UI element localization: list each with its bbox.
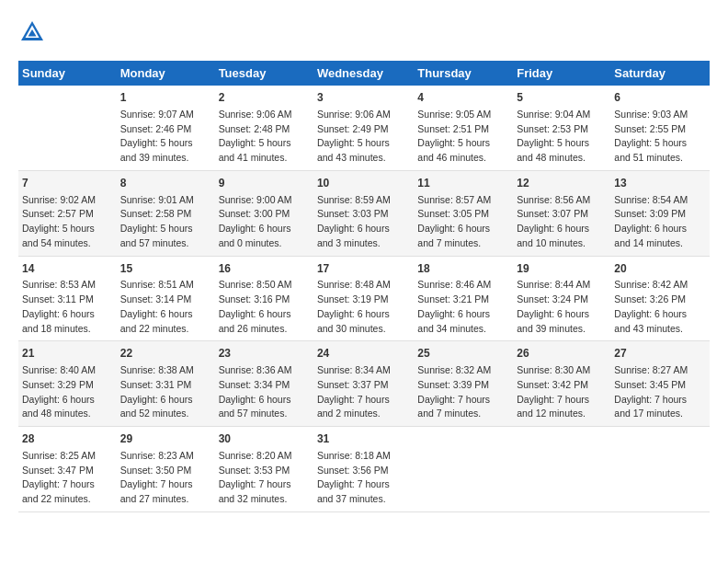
calendar-week-row: 1Sunrise: 9:07 AMSunset: 2:46 PMDaylight…: [18, 86, 710, 170]
calendar-cell: 11Sunrise: 8:57 AMSunset: 3:05 PMDayligh…: [414, 170, 513, 256]
calendar-cell: 21Sunrise: 8:40 AMSunset: 3:29 PMDayligh…: [18, 341, 117, 427]
day-content: Sunrise: 8:54 AMSunset: 3:09 PMDaylight:…: [614, 193, 706, 251]
calendar-cell: 19Sunrise: 8:44 AMSunset: 3:24 PMDayligh…: [513, 256, 610, 341]
day-content: Sunrise: 9:01 AMSunset: 2:58 PMDaylight:…: [120, 193, 211, 251]
day-number: 19: [517, 261, 607, 277]
day-content: Sunrise: 8:48 AMSunset: 3:19 PMDaylight:…: [317, 278, 410, 336]
day-number: 24: [317, 346, 410, 362]
day-number: 25: [417, 346, 509, 362]
calendar-week-row: 21Sunrise: 8:40 AMSunset: 3:29 PMDayligh…: [18, 341, 710, 427]
day-content: Sunrise: 8:20 AMSunset: 3:53 PMDaylight:…: [219, 449, 310, 507]
day-of-week-header: Tuesday: [215, 61, 313, 86]
day-content: Sunrise: 9:00 AMSunset: 3:00 PMDaylight:…: [219, 193, 310, 251]
calendar-header-row: SundayMondayTuesdayWednesdayThursdayFrid…: [18, 61, 710, 86]
day-of-week-header: Friday: [513, 61, 610, 86]
calendar-cell: 15Sunrise: 8:51 AMSunset: 3:14 PMDayligh…: [117, 256, 215, 341]
day-content: Sunrise: 8:40 AMSunset: 3:29 PMDaylight:…: [22, 363, 113, 421]
day-content: Sunrise: 9:05 AMSunset: 2:51 PMDaylight:…: [417, 108, 509, 166]
day-number: 9: [219, 176, 310, 191]
day-number: 4: [417, 90, 509, 106]
calendar-cell: 25Sunrise: 8:32 AMSunset: 3:39 PMDayligh…: [414, 341, 513, 427]
logo: [18, 18, 51, 46]
calendar-cell: 14Sunrise: 8:53 AMSunset: 3:11 PMDayligh…: [18, 256, 117, 341]
day-content: Sunrise: 9:03 AMSunset: 2:55 PMDaylight:…: [614, 108, 706, 166]
calendar-table: SundayMondayTuesdayWednesdayThursdayFrid…: [18, 61, 710, 512]
day-number: 28: [22, 431, 113, 447]
day-number: 14: [22, 261, 113, 277]
day-of-week-header: Wednesday: [313, 61, 414, 86]
calendar-cell: 12Sunrise: 8:56 AMSunset: 3:07 PMDayligh…: [513, 170, 610, 256]
day-number: 10: [317, 176, 410, 191]
calendar-cell: [414, 427, 513, 512]
day-content: Sunrise: 8:53 AMSunset: 3:11 PMDaylight:…: [22, 278, 113, 336]
day-content: Sunrise: 8:30 AMSunset: 3:42 PMDaylight:…: [517, 363, 607, 421]
day-number: 12: [517, 176, 607, 191]
day-content: Sunrise: 8:42 AMSunset: 3:26 PMDaylight:…: [614, 278, 706, 336]
calendar-cell: 16Sunrise: 8:50 AMSunset: 3:16 PMDayligh…: [215, 256, 313, 341]
calendar-cell: 5Sunrise: 9:04 AMSunset: 2:53 PMDaylight…: [513, 86, 610, 170]
calendar-cell: 23Sunrise: 8:36 AMSunset: 3:34 PMDayligh…: [215, 341, 313, 427]
day-number: 21: [22, 346, 113, 362]
day-content: Sunrise: 9:06 AMSunset: 2:49 PMDaylight:…: [317, 108, 410, 166]
day-content: Sunrise: 8:18 AMSunset: 3:56 PMDaylight:…: [317, 449, 410, 507]
calendar-cell: 8Sunrise: 9:01 AMSunset: 2:58 PMDaylight…: [117, 170, 215, 256]
calendar-cell: 6Sunrise: 9:03 AMSunset: 2:55 PMDaylight…: [610, 86, 710, 170]
day-content: Sunrise: 8:50 AMSunset: 3:16 PMDaylight:…: [219, 278, 310, 336]
day-of-week-header: Saturday: [610, 61, 710, 86]
calendar-cell: [610, 427, 710, 512]
calendar-cell: 7Sunrise: 9:02 AMSunset: 2:57 PMDaylight…: [18, 170, 117, 256]
day-content: Sunrise: 8:57 AMSunset: 3:05 PMDaylight:…: [417, 193, 509, 251]
day-number: 5: [517, 90, 607, 106]
day-content: Sunrise: 9:07 AMSunset: 2:46 PMDaylight:…: [120, 108, 211, 166]
calendar-cell: [18, 86, 117, 170]
day-number: 23: [219, 346, 310, 362]
calendar-cell: 28Sunrise: 8:25 AMSunset: 3:47 PMDayligh…: [18, 427, 117, 512]
day-number: 30: [219, 431, 310, 447]
calendar-cell: [513, 427, 610, 512]
calendar-week-row: 28Sunrise: 8:25 AMSunset: 3:47 PMDayligh…: [18, 427, 710, 512]
day-number: 13: [614, 176, 706, 191]
calendar-cell: 3Sunrise: 9:06 AMSunset: 2:49 PMDaylight…: [313, 86, 414, 170]
calendar-cell: 29Sunrise: 8:23 AMSunset: 3:50 PMDayligh…: [117, 427, 215, 512]
calendar-cell: 17Sunrise: 8:48 AMSunset: 3:19 PMDayligh…: [313, 256, 414, 341]
calendar-cell: 26Sunrise: 8:30 AMSunset: 3:42 PMDayligh…: [513, 341, 610, 427]
calendar-week-row: 7Sunrise: 9:02 AMSunset: 2:57 PMDaylight…: [18, 170, 710, 256]
day-number: 16: [219, 261, 310, 277]
day-content: Sunrise: 9:04 AMSunset: 2:53 PMDaylight:…: [517, 108, 607, 166]
day-content: Sunrise: 8:44 AMSunset: 3:24 PMDaylight:…: [517, 278, 607, 336]
day-number: 20: [614, 261, 706, 277]
calendar-cell: 9Sunrise: 9:00 AMSunset: 3:00 PMDaylight…: [215, 170, 313, 256]
day-number: 3: [317, 90, 410, 106]
day-number: 26: [517, 346, 607, 362]
day-number: 31: [317, 431, 410, 447]
day-number: 2: [219, 90, 310, 106]
calendar-week-row: 14Sunrise: 8:53 AMSunset: 3:11 PMDayligh…: [18, 256, 710, 341]
day-content: Sunrise: 8:46 AMSunset: 3:21 PMDaylight:…: [417, 278, 509, 336]
calendar-cell: 10Sunrise: 8:59 AMSunset: 3:03 PMDayligh…: [313, 170, 414, 256]
day-number: 18: [417, 261, 509, 277]
day-number: 15: [120, 261, 211, 277]
calendar-cell: 30Sunrise: 8:20 AMSunset: 3:53 PMDayligh…: [215, 427, 313, 512]
day-number: 6: [614, 90, 706, 106]
calendar-cell: 2Sunrise: 9:06 AMSunset: 2:48 PMDaylight…: [215, 86, 313, 170]
page-header: [18, 18, 710, 46]
day-of-week-header: Thursday: [414, 61, 513, 86]
day-content: Sunrise: 8:32 AMSunset: 3:39 PMDaylight:…: [417, 363, 509, 421]
day-number: 11: [417, 176, 509, 191]
day-of-week-header: Monday: [117, 61, 215, 86]
day-number: 7: [22, 176, 113, 191]
day-number: 27: [614, 346, 706, 362]
day-number: 8: [120, 176, 211, 191]
day-number: 29: [120, 431, 211, 447]
day-content: Sunrise: 8:51 AMSunset: 3:14 PMDaylight:…: [120, 278, 211, 336]
day-content: Sunrise: 8:56 AMSunset: 3:07 PMDaylight:…: [517, 193, 607, 251]
day-content: Sunrise: 8:23 AMSunset: 3:50 PMDaylight:…: [120, 449, 211, 507]
day-content: Sunrise: 9:02 AMSunset: 2:57 PMDaylight:…: [22, 193, 113, 251]
calendar-cell: 20Sunrise: 8:42 AMSunset: 3:26 PMDayligh…: [610, 256, 710, 341]
calendar-cell: 24Sunrise: 8:34 AMSunset: 3:37 PMDayligh…: [313, 341, 414, 427]
calendar-cell: 27Sunrise: 8:27 AMSunset: 3:45 PMDayligh…: [610, 341, 710, 427]
day-content: Sunrise: 8:59 AMSunset: 3:03 PMDaylight:…: [317, 193, 410, 251]
day-content: Sunrise: 8:36 AMSunset: 3:34 PMDaylight:…: [219, 363, 310, 421]
day-content: Sunrise: 8:38 AMSunset: 3:31 PMDaylight:…: [120, 363, 211, 421]
calendar-cell: 18Sunrise: 8:46 AMSunset: 3:21 PMDayligh…: [414, 256, 513, 341]
